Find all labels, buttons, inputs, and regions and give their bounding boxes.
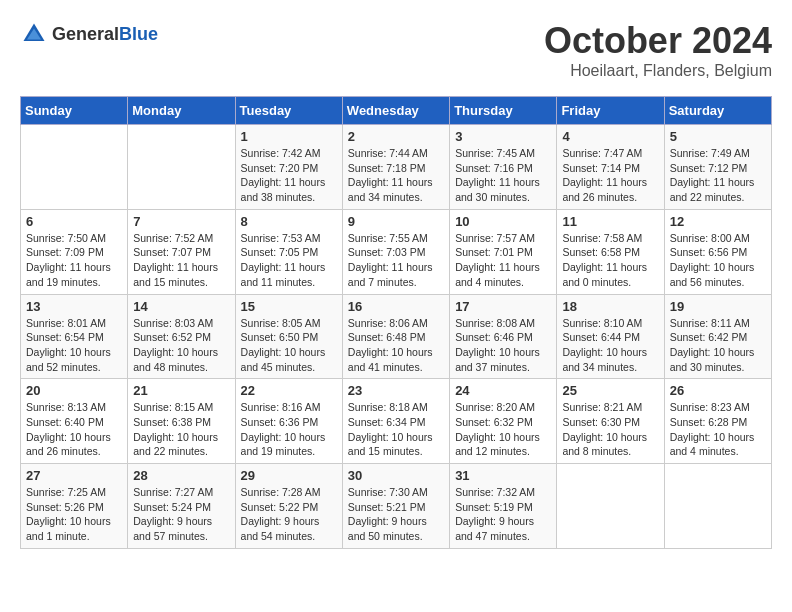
day-number: 6 (26, 214, 122, 229)
day-info: Sunrise: 8:00 AMSunset: 6:56 PMDaylight:… (670, 231, 766, 290)
day-number: 9 (348, 214, 444, 229)
day-info: Sunrise: 8:20 AMSunset: 6:32 PMDaylight:… (455, 400, 551, 459)
column-header-monday: Monday (128, 97, 235, 125)
calendar-cell: 17Sunrise: 8:08 AMSunset: 6:46 PMDayligh… (450, 294, 557, 379)
day-info: Sunrise: 8:23 AMSunset: 6:28 PMDaylight:… (670, 400, 766, 459)
calendar-cell: 22Sunrise: 8:16 AMSunset: 6:36 PMDayligh… (235, 379, 342, 464)
day-info: Sunrise: 7:49 AMSunset: 7:12 PMDaylight:… (670, 146, 766, 205)
day-number: 15 (241, 299, 337, 314)
day-number: 24 (455, 383, 551, 398)
day-info: Sunrise: 7:42 AMSunset: 7:20 PMDaylight:… (241, 146, 337, 205)
day-number: 5 (670, 129, 766, 144)
calendar-cell (21, 125, 128, 210)
calendar-cell (128, 125, 235, 210)
day-info: Sunrise: 8:05 AMSunset: 6:50 PMDaylight:… (241, 316, 337, 375)
day-number: 8 (241, 214, 337, 229)
title-block: October 2024 Hoeilaart, Flanders, Belgiu… (544, 20, 772, 80)
calendar-cell: 28Sunrise: 7:27 AMSunset: 5:24 PMDayligh… (128, 464, 235, 549)
day-info: Sunrise: 8:15 AMSunset: 6:38 PMDaylight:… (133, 400, 229, 459)
month-title: October 2024 (544, 20, 772, 62)
calendar-cell (664, 464, 771, 549)
calendar-cell: 31Sunrise: 7:32 AMSunset: 5:19 PMDayligh… (450, 464, 557, 549)
day-info: Sunrise: 8:13 AMSunset: 6:40 PMDaylight:… (26, 400, 122, 459)
day-info: Sunrise: 7:50 AMSunset: 7:09 PMDaylight:… (26, 231, 122, 290)
day-info: Sunrise: 8:21 AMSunset: 6:30 PMDaylight:… (562, 400, 658, 459)
calendar-cell: 11Sunrise: 7:58 AMSunset: 6:58 PMDayligh… (557, 209, 664, 294)
column-header-sunday: Sunday (21, 97, 128, 125)
day-number: 10 (455, 214, 551, 229)
calendar-cell: 19Sunrise: 8:11 AMSunset: 6:42 PMDayligh… (664, 294, 771, 379)
column-header-thursday: Thursday (450, 97, 557, 125)
calendar-cell: 12Sunrise: 8:00 AMSunset: 6:56 PMDayligh… (664, 209, 771, 294)
day-number: 4 (562, 129, 658, 144)
day-number: 18 (562, 299, 658, 314)
calendar-cell: 30Sunrise: 7:30 AMSunset: 5:21 PMDayligh… (342, 464, 449, 549)
day-info: Sunrise: 8:01 AMSunset: 6:54 PMDaylight:… (26, 316, 122, 375)
day-info: Sunrise: 7:44 AMSunset: 7:18 PMDaylight:… (348, 146, 444, 205)
day-number: 25 (562, 383, 658, 398)
logo: GeneralBlue (20, 20, 158, 48)
calendar-cell: 1Sunrise: 7:42 AMSunset: 7:20 PMDaylight… (235, 125, 342, 210)
day-number: 17 (455, 299, 551, 314)
day-info: Sunrise: 7:28 AMSunset: 5:22 PMDaylight:… (241, 485, 337, 544)
calendar-header-row: SundayMondayTuesdayWednesdayThursdayFrid… (21, 97, 772, 125)
column-header-wednesday: Wednesday (342, 97, 449, 125)
day-info: Sunrise: 7:52 AMSunset: 7:07 PMDaylight:… (133, 231, 229, 290)
day-number: 1 (241, 129, 337, 144)
day-number: 14 (133, 299, 229, 314)
calendar-cell: 27Sunrise: 7:25 AMSunset: 5:26 PMDayligh… (21, 464, 128, 549)
page-header: GeneralBlue October 2024 Hoeilaart, Flan… (20, 20, 772, 80)
day-number: 12 (670, 214, 766, 229)
calendar-week-row: 6Sunrise: 7:50 AMSunset: 7:09 PMDaylight… (21, 209, 772, 294)
day-number: 28 (133, 468, 229, 483)
day-number: 31 (455, 468, 551, 483)
calendar-cell: 14Sunrise: 8:03 AMSunset: 6:52 PMDayligh… (128, 294, 235, 379)
logo-text: GeneralBlue (52, 24, 158, 45)
day-info: Sunrise: 7:27 AMSunset: 5:24 PMDaylight:… (133, 485, 229, 544)
day-number: 30 (348, 468, 444, 483)
day-info: Sunrise: 7:45 AMSunset: 7:16 PMDaylight:… (455, 146, 551, 205)
day-info: Sunrise: 8:18 AMSunset: 6:34 PMDaylight:… (348, 400, 444, 459)
day-info: Sunrise: 7:30 AMSunset: 5:21 PMDaylight:… (348, 485, 444, 544)
calendar-cell: 20Sunrise: 8:13 AMSunset: 6:40 PMDayligh… (21, 379, 128, 464)
day-info: Sunrise: 8:11 AMSunset: 6:42 PMDaylight:… (670, 316, 766, 375)
day-info: Sunrise: 7:58 AMSunset: 6:58 PMDaylight:… (562, 231, 658, 290)
day-number: 21 (133, 383, 229, 398)
day-number: 16 (348, 299, 444, 314)
calendar-cell: 18Sunrise: 8:10 AMSunset: 6:44 PMDayligh… (557, 294, 664, 379)
column-header-saturday: Saturday (664, 97, 771, 125)
calendar-cell: 23Sunrise: 8:18 AMSunset: 6:34 PMDayligh… (342, 379, 449, 464)
calendar-cell: 26Sunrise: 8:23 AMSunset: 6:28 PMDayligh… (664, 379, 771, 464)
day-info: Sunrise: 8:08 AMSunset: 6:46 PMDaylight:… (455, 316, 551, 375)
day-number: 3 (455, 129, 551, 144)
day-info: Sunrise: 7:25 AMSunset: 5:26 PMDaylight:… (26, 485, 122, 544)
calendar-table: SundayMondayTuesdayWednesdayThursdayFrid… (20, 96, 772, 549)
calendar-cell: 16Sunrise: 8:06 AMSunset: 6:48 PMDayligh… (342, 294, 449, 379)
calendar-cell: 13Sunrise: 8:01 AMSunset: 6:54 PMDayligh… (21, 294, 128, 379)
day-info: Sunrise: 7:53 AMSunset: 7:05 PMDaylight:… (241, 231, 337, 290)
day-number: 22 (241, 383, 337, 398)
calendar-cell: 3Sunrise: 7:45 AMSunset: 7:16 PMDaylight… (450, 125, 557, 210)
column-header-friday: Friday (557, 97, 664, 125)
calendar-cell: 29Sunrise: 7:28 AMSunset: 5:22 PMDayligh… (235, 464, 342, 549)
calendar-week-row: 27Sunrise: 7:25 AMSunset: 5:26 PMDayligh… (21, 464, 772, 549)
calendar-week-row: 1Sunrise: 7:42 AMSunset: 7:20 PMDaylight… (21, 125, 772, 210)
day-info: Sunrise: 7:57 AMSunset: 7:01 PMDaylight:… (455, 231, 551, 290)
day-info: Sunrise: 7:32 AMSunset: 5:19 PMDaylight:… (455, 485, 551, 544)
day-info: Sunrise: 8:03 AMSunset: 6:52 PMDaylight:… (133, 316, 229, 375)
day-number: 2 (348, 129, 444, 144)
day-number: 29 (241, 468, 337, 483)
calendar-cell: 5Sunrise: 7:49 AMSunset: 7:12 PMDaylight… (664, 125, 771, 210)
day-info: Sunrise: 8:10 AMSunset: 6:44 PMDaylight:… (562, 316, 658, 375)
day-number: 7 (133, 214, 229, 229)
calendar-cell: 10Sunrise: 7:57 AMSunset: 7:01 PMDayligh… (450, 209, 557, 294)
location-title: Hoeilaart, Flanders, Belgium (544, 62, 772, 80)
day-number: 13 (26, 299, 122, 314)
day-info: Sunrise: 7:55 AMSunset: 7:03 PMDaylight:… (348, 231, 444, 290)
calendar-cell: 4Sunrise: 7:47 AMSunset: 7:14 PMDaylight… (557, 125, 664, 210)
calendar-cell: 15Sunrise: 8:05 AMSunset: 6:50 PMDayligh… (235, 294, 342, 379)
calendar-cell: 9Sunrise: 7:55 AMSunset: 7:03 PMDaylight… (342, 209, 449, 294)
day-number: 27 (26, 468, 122, 483)
day-info: Sunrise: 8:06 AMSunset: 6:48 PMDaylight:… (348, 316, 444, 375)
day-number: 19 (670, 299, 766, 314)
